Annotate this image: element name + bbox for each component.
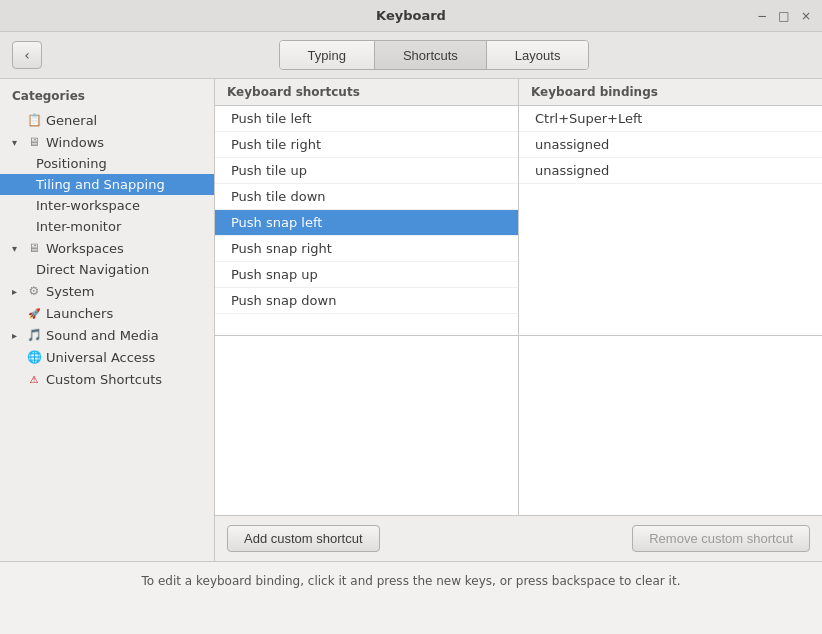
bottom-shortcuts-area (215, 336, 519, 515)
sidebar-label-sound: Sound and Media (46, 328, 206, 343)
shortcut-row-push-snap-down[interactable]: Push snap down (215, 288, 518, 314)
general-icon: 📋 (26, 112, 42, 128)
shortcuts-header: Keyboard shortcuts (215, 79, 518, 106)
sound-icon: 🎵 (26, 327, 42, 343)
bottom-area (215, 335, 822, 515)
sidebar-item-inter-workspace[interactable]: Inter-workspace (0, 195, 214, 216)
expand-icon-system: ▸ (12, 286, 22, 297)
main-area: Categories 📋 General ▾ 🖥 Windows Positio… (0, 79, 822, 561)
expand-icon-workspaces: ▾ (12, 243, 22, 254)
custom-icon: ⚠ (26, 371, 42, 387)
shortcuts-column: Keyboard shortcuts Push tile left Push t… (215, 79, 519, 335)
sidebar-header: Categories (0, 85, 214, 109)
sidebar-item-general[interactable]: 📋 General (0, 109, 214, 131)
sidebar-label-tiling: Tiling and Snapping (36, 177, 206, 192)
access-icon: 🌐 (26, 349, 42, 365)
sidebar-item-custom[interactable]: ⚠ Custom Shortcuts (0, 368, 214, 390)
maximize-button[interactable]: □ (776, 9, 792, 23)
shortcut-row-push-tile-down[interactable]: Push tile down (215, 184, 518, 210)
sidebar-item-windows[interactable]: ▾ 🖥 Windows (0, 131, 214, 153)
window-controls: − □ × (754, 9, 814, 23)
expand-icon-sound: ▸ (12, 330, 22, 341)
shortcut-row-push-snap-up[interactable]: Push snap up (215, 262, 518, 288)
sidebar-label-launchers: Launchers (46, 306, 206, 321)
sidebar-item-inter-monitor[interactable]: Inter-monitor (0, 216, 214, 237)
shortcut-row-push-tile-left[interactable]: Push tile left (215, 106, 518, 132)
content-area: Keyboard shortcuts Push tile left Push t… (215, 79, 822, 561)
sidebar-label-system: System (46, 284, 206, 299)
sidebar-label-workspaces: Workspaces (46, 241, 206, 256)
sidebar-item-launchers[interactable]: 🚀 Launchers (0, 302, 214, 324)
add-custom-shortcut-button[interactable]: Add custom shortcut (227, 525, 380, 552)
tab-layouts[interactable]: Layouts (487, 41, 589, 69)
status-text: To edit a keyboard binding, click it and… (142, 574, 681, 588)
bottom-bindings-area (519, 336, 822, 515)
shortcut-row-push-snap-left[interactable]: Push snap left (215, 210, 518, 236)
sidebar-item-universal-access[interactable]: 🌐 Universal Access (0, 346, 214, 368)
shortcut-row-push-tile-right[interactable]: Push tile right (215, 132, 518, 158)
close-button[interactable]: × (798, 9, 814, 23)
binding-row-unassigned-2[interactable]: unassigned (519, 158, 822, 184)
minimize-button[interactable]: − (754, 9, 770, 23)
toolbar: ‹ Typing Shortcuts Layouts (0, 32, 822, 79)
shortcut-row-push-snap-right[interactable]: Push snap right (215, 236, 518, 262)
tab-shortcuts[interactable]: Shortcuts (375, 41, 487, 69)
workspaces-icon: 🖥 (26, 240, 42, 256)
window-title: Keyboard (376, 8, 446, 23)
sidebar-item-positioning[interactable]: Positioning (0, 153, 214, 174)
windows-icon: 🖥 (26, 134, 42, 150)
sidebar-label-general: General (46, 113, 206, 128)
remove-custom-shortcut-button[interactable]: Remove custom shortcut (632, 525, 810, 552)
titlebar: Keyboard − □ × (0, 0, 822, 32)
back-button[interactable]: ‹ (12, 41, 42, 69)
sidebar-label-access: Universal Access (46, 350, 206, 365)
sidebar-label-direct-nav: Direct Navigation (36, 262, 206, 277)
binding-row-unassigned-1[interactable]: unassigned (519, 132, 822, 158)
tab-group: Typing Shortcuts Layouts (279, 40, 590, 70)
tab-typing[interactable]: Typing (280, 41, 375, 69)
binding-list: Ctrl+Super+Left unassigned unassigned (519, 106, 822, 184)
launchers-icon: 🚀 (26, 305, 42, 321)
expand-icon-windows: ▾ (12, 137, 22, 148)
bindings-column: Keyboard bindings Ctrl+Super+Left unassi… (519, 79, 822, 335)
sidebar-label-windows: Windows (46, 135, 206, 150)
sidebar-item-workspaces[interactable]: ▾ 🖥 Workspaces (0, 237, 214, 259)
sidebar-item-system[interactable]: ▸ ⚙ System (0, 280, 214, 302)
shortcut-list: Push tile left Push tile right Push tile… (215, 106, 518, 314)
sidebar-item-tiling[interactable]: Tiling and Snapping (0, 174, 214, 195)
sidebar-label-inter-monitor: Inter-monitor (36, 219, 206, 234)
bindings-header: Keyboard bindings (519, 79, 822, 106)
top-split: Keyboard shortcuts Push tile left Push t… (215, 79, 822, 335)
system-icon: ⚙ (26, 283, 42, 299)
shortcut-row-push-tile-up[interactable]: Push tile up (215, 158, 518, 184)
sidebar-label-positioning: Positioning (36, 156, 206, 171)
sidebar-label-custom: Custom Shortcuts (46, 372, 206, 387)
status-bar: To edit a keyboard binding, click it and… (0, 561, 822, 599)
sidebar-item-direct-nav[interactable]: Direct Navigation (0, 259, 214, 280)
bottom-bar: Add custom shortcut Remove custom shortc… (215, 515, 822, 561)
sidebar-item-sound[interactable]: ▸ 🎵 Sound and Media (0, 324, 214, 346)
sidebar-label-inter-workspace: Inter-workspace (36, 198, 206, 213)
binding-row-ctrl-super-left[interactable]: Ctrl+Super+Left (519, 106, 822, 132)
sidebar: Categories 📋 General ▾ 🖥 Windows Positio… (0, 79, 215, 561)
